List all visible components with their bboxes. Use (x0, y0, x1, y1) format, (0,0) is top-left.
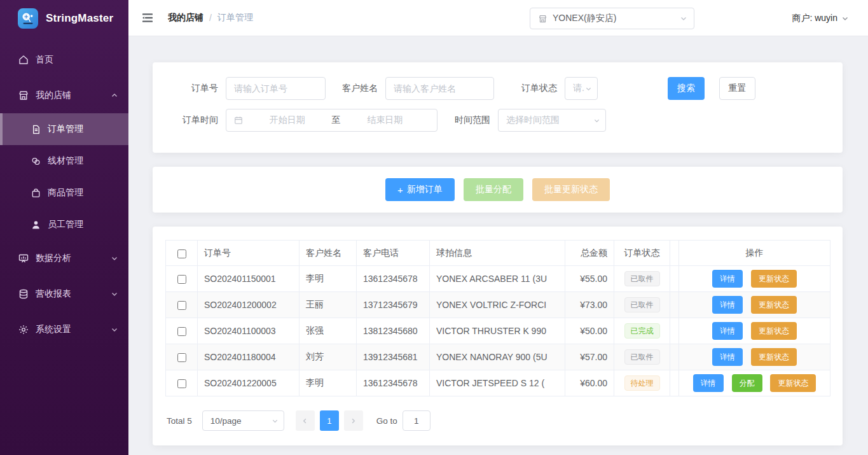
order-status-select[interactable]: 请... (565, 77, 598, 100)
order-no-label: 订单号 (153, 83, 226, 94)
table-row: SO202401200002 王丽 13712345679 YONEX VOLT… (166, 292, 830, 318)
chevron-up-icon (111, 92, 118, 99)
time-range-select[interactable]: 选择时间范围 (498, 109, 606, 132)
detail-button[interactable]: 详情 (712, 296, 743, 314)
orders-table: 订单号 客户姓名 客户电话 球拍信息 总金额 订单状态 操作 SO2024011… (165, 240, 830, 396)
cell-phone: 13912345681 (357, 344, 430, 370)
cell-customer: 刘芳 (300, 344, 357, 370)
sidebar-item-order-management[interactable]: 订单管理 (0, 113, 128, 145)
stringmaster-logo-icon (18, 8, 38, 29)
add-order-button[interactable]: + 新增订单 (385, 178, 455, 201)
cell-racket: YONEX NANORAY 900 (5U (430, 344, 565, 370)
cell-amount: ¥55.00 (565, 266, 614, 292)
next-page-button[interactable] (344, 410, 363, 431)
order-status-placeholder: 请... (573, 83, 585, 94)
actions-panel: + 新增订单 批量分配 批量更新状态 (153, 167, 843, 213)
order-time-label: 订单时间 (153, 115, 226, 126)
update-status-button[interactable]: 更新状态 (751, 296, 797, 314)
sidebar-item-staff-management[interactable]: 员工管理 (0, 209, 128, 241)
table-row: SO202401150001 李明 13612345678 YONEX ARCS… (166, 266, 830, 292)
customer-name-input[interactable] (385, 77, 494, 100)
goto-page-input[interactable] (403, 410, 431, 431)
prev-page-button[interactable] (296, 410, 315, 431)
table-row: SO202401220005 李明 13612345678 VICTOR JET… (166, 370, 830, 396)
sidebar-item-product-management[interactable]: 商品管理 (0, 177, 128, 209)
batch-update-status-button[interactable]: 批量更新状态 (532, 178, 610, 201)
table-row: SO202401180004 刘芳 13912345681 YONEX NANO… (166, 344, 830, 370)
fold-icon (141, 12, 154, 24)
store-selector-value: YONEX(静安店) (553, 13, 680, 24)
chevron-down-icon (585, 85, 592, 92)
chevron-down-icon (593, 117, 600, 124)
date-range-picker[interactable]: 开始日期 至 结束日期 (226, 109, 437, 132)
col-header-racket: 球拍信息 (430, 241, 565, 266)
chevron-down-icon (841, 15, 849, 22)
update-status-button[interactable]: 更新状态 (751, 270, 797, 288)
sidebar: StringMaster 首页 我的店铺 (0, 0, 128, 455)
sidebar-item-data-analysis[interactable]: 数据分析 (0, 241, 128, 276)
cell-amount: ¥73.00 (565, 292, 614, 318)
row-checkbox[interactable] (177, 379, 186, 388)
gear-icon (18, 324, 29, 335)
detail-button[interactable]: 详情 (693, 374, 724, 392)
sidebar-item-system-settings[interactable]: 系统设置 (0, 312, 128, 347)
cell-amount: ¥60.00 (565, 370, 614, 396)
page-number-button[interactable]: 1 (320, 410, 339, 431)
start-date-placeholder: 开始日期 (243, 115, 332, 126)
sidebar-item-label: 线材管理 (48, 155, 83, 167)
cell-customer: 李明 (300, 266, 357, 292)
sidebar-item-string-management[interactable]: 线材管理 (0, 145, 128, 177)
shop-icon (18, 90, 29, 101)
row-checkbox[interactable] (177, 275, 186, 284)
cell-spacer (670, 370, 679, 396)
sidebar-collapse-button[interactable] (141, 12, 154, 24)
cell-racket: VICTOR THRUSTER K 990 (430, 318, 565, 344)
sidebar-menu: 首页 我的店铺 (0, 42, 128, 347)
update-status-button[interactable]: 更新状态 (751, 322, 797, 340)
reset-button[interactable]: 重置 (719, 77, 755, 100)
row-checkbox[interactable] (177, 301, 186, 310)
detail-button[interactable]: 详情 (712, 348, 743, 366)
database-icon (18, 288, 29, 300)
col-header-operations: 操作 (679, 241, 830, 266)
assign-button[interactable]: 分配 (732, 374, 762, 392)
cell-order-no: SO202401200002 (198, 292, 300, 318)
page-size-value: 10/page (210, 416, 272, 426)
sidebar-item-label: 员工管理 (48, 219, 83, 230)
detail-button[interactable]: 详情 (712, 322, 743, 340)
filter-panel: 订单号 客户姓名 订单状态 请... 搜索 重置 订单时间 (153, 62, 843, 153)
time-range-label: 时间范围 (437, 115, 498, 126)
user-icon (31, 220, 41, 230)
row-checkbox[interactable] (177, 327, 186, 336)
status-badge: 已取件 (624, 297, 660, 312)
select-all-checkbox[interactable] (177, 249, 186, 258)
chevron-down-icon (272, 417, 279, 424)
chevron-down-icon (111, 290, 118, 298)
search-button[interactable]: 搜索 (668, 77, 705, 100)
sidebar-item-label: 商品管理 (48, 187, 83, 199)
sidebar-item-home[interactable]: 首页 (0, 42, 128, 78)
detail-button[interactable]: 详情 (712, 270, 743, 288)
page-size-select[interactable]: 10/page (202, 410, 284, 431)
merchant-menu[interactable]: 商户: wuyin (792, 0, 849, 36)
pagination: Total 5 10/page 1 (165, 410, 830, 431)
update-status-button[interactable]: 更新状态 (770, 374, 816, 392)
cell-phone: 13612345678 (357, 370, 430, 396)
sidebar-item-my-store[interactable]: 我的店铺 (0, 78, 128, 113)
link-icon (31, 156, 41, 167)
customer-name-label: 客户姓名 (326, 83, 385, 94)
col-header-phone: 客户电话 (357, 241, 430, 266)
breadcrumb: 我的店铺 / 订单管理 (168, 12, 253, 24)
breadcrumb-parent[interactable]: 我的店铺 (168, 12, 203, 24)
top-header: 我的店铺 / 订单管理 YONEX(静安店) 商户: wuyin (128, 0, 868, 36)
sidebar-item-revenue-report[interactable]: 营收报表 (0, 276, 128, 312)
chart-board-icon (18, 253, 29, 264)
update-status-button[interactable]: 更新状态 (751, 348, 797, 366)
order-no-input[interactable] (226, 77, 326, 100)
row-checkbox[interactable] (177, 353, 186, 362)
batch-assign-button[interactable]: 批量分配 (464, 178, 523, 201)
sidebar-item-label: 订单管理 (48, 123, 83, 135)
bag-icon (31, 188, 41, 199)
pagination-total: Total 5 (167, 416, 192, 426)
store-selector[interactable]: YONEX(静安店) (530, 8, 694, 29)
